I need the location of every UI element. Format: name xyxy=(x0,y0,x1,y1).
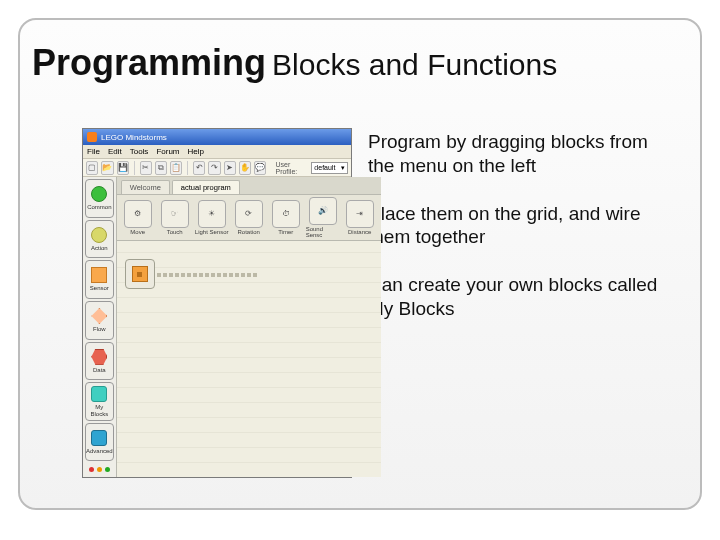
palette-common-label: Common xyxy=(87,204,111,210)
app-body: Common Action Sensor Flow Data My Blocks… xyxy=(83,177,351,477)
palette-myblocks-label: My Blocks xyxy=(86,404,113,417)
block-tray: ⚙Move ☞Touch ☀Light Sensor ⟳Rotation ⏱Ti… xyxy=(117,195,381,241)
tab-actual-program[interactable]: actual program xyxy=(172,180,240,194)
toolbar-paste-icon[interactable]: 📋 xyxy=(170,161,182,175)
bullet-1: Program by dragging blocks from the menu… xyxy=(368,130,670,178)
palette: Common Action Sensor Flow Data My Blocks… xyxy=(83,177,117,477)
bullet-3: Can create your own blocks called My Blo… xyxy=(368,273,670,321)
tray-distance[interactable]: ⇥Distance xyxy=(343,200,377,235)
toolbar-comment-icon[interactable]: 💬 xyxy=(254,161,266,175)
toolbar-sep xyxy=(134,161,135,175)
toolbar-sep2 xyxy=(187,161,188,175)
canvas[interactable] xyxy=(117,241,381,477)
toolbar-undo-icon[interactable]: ↶ xyxy=(193,161,205,175)
toolbar-open-icon[interactable]: 📂 xyxy=(101,161,113,175)
palette-flow[interactable]: Flow xyxy=(85,301,114,340)
palette-sensor-label: Sensor xyxy=(90,285,109,291)
app-menubar: File Edit Tools Forum Help xyxy=(83,145,351,159)
start-block-icon xyxy=(132,266,148,282)
slide-title: ProgrammingBlocks and Functions xyxy=(32,42,557,84)
palette-advanced-label: Advanced xyxy=(86,448,113,454)
app-titlebar: LEGO Mindstorms xyxy=(83,129,351,145)
menu-forum[interactable]: Forum xyxy=(156,147,179,156)
palette-data-label: Data xyxy=(93,367,106,373)
palette-common[interactable]: Common xyxy=(85,179,114,218)
palette-action[interactable]: Action xyxy=(85,220,114,259)
palette-myblocks[interactable]: My Blocks xyxy=(85,382,114,421)
tray-sound-label: Sound Sensc xyxy=(306,226,340,238)
tab-bar: Welcome actual program xyxy=(117,177,381,195)
palette-dots xyxy=(85,463,114,475)
profile-value: default xyxy=(314,164,335,171)
palette-advanced[interactable]: Advanced xyxy=(85,423,114,462)
toolbar-pointer-icon[interactable]: ➤ xyxy=(224,161,236,175)
toolbar-cut-icon[interactable]: ✂ xyxy=(140,161,152,175)
profile-select[interactable]: default ▾ xyxy=(311,162,348,174)
tray-light[interactable]: ☀Light Sensor xyxy=(195,200,229,235)
tray-move-label: Move xyxy=(130,229,145,235)
program-start-block[interactable] xyxy=(125,259,155,289)
tray-rotation[interactable]: ⟳Rotation xyxy=(232,200,266,235)
sequence-rail xyxy=(157,273,257,277)
app-icon xyxy=(87,132,97,142)
app-title: LEGO Mindstorms xyxy=(101,133,167,142)
body-text: Program by dragging blocks from the menu… xyxy=(368,130,670,345)
toolbar-new-icon[interactable]: ▢ xyxy=(86,161,98,175)
chevron-down-icon: ▾ xyxy=(341,164,345,172)
palette-sensor[interactable]: Sensor xyxy=(85,260,114,299)
tray-light-label: Light Sensor xyxy=(195,229,229,235)
tray-touch-label: Touch xyxy=(167,229,183,235)
tray-sound[interactable]: 🔊Sound Sensc xyxy=(306,197,340,238)
slide-frame: ProgrammingBlocks and Functions Program … xyxy=(18,18,702,510)
tray-timer-label: Timer xyxy=(278,229,293,235)
tab-welcome-label: Welcome xyxy=(130,183,161,192)
palette-action-label: Action xyxy=(91,245,108,251)
workarea: Welcome actual program ⚙Move ☞Touch ☀Lig… xyxy=(117,177,381,477)
title-rest: Blocks and Functions xyxy=(272,48,557,81)
toolbar-save-icon[interactable]: 💾 xyxy=(117,161,129,175)
app-screenshot: LEGO Mindstorms File Edit Tools Forum He… xyxy=(82,128,352,478)
app-toolbar: ▢ 📂 💾 ✂ ⧉ 📋 ↶ ↷ ➤ ✋ 💬 User Profile: defa… xyxy=(83,159,351,177)
tray-touch[interactable]: ☞Touch xyxy=(158,200,192,235)
palette-data[interactable]: Data xyxy=(85,342,114,381)
toolbar-hand-icon[interactable]: ✋ xyxy=(239,161,251,175)
palette-flow-label: Flow xyxy=(93,326,106,332)
tab-welcome[interactable]: Welcome xyxy=(121,180,170,194)
tray-move[interactable]: ⚙Move xyxy=(121,200,155,235)
tray-rotation-label: Rotation xyxy=(238,229,260,235)
tray-distance-label: Distance xyxy=(348,229,371,235)
title-bold: Programming xyxy=(32,42,266,83)
toolbar-copy-icon[interactable]: ⧉ xyxy=(155,161,167,175)
tray-timer[interactable]: ⏱Timer xyxy=(269,200,303,235)
toolbar-redo-icon[interactable]: ↷ xyxy=(208,161,220,175)
tab-actual-program-label: actual program xyxy=(181,183,231,192)
bullet-2: Place them on the grid, and wire them to… xyxy=(368,202,670,250)
menu-edit[interactable]: Edit xyxy=(108,147,122,156)
profile-label: User Profile: xyxy=(275,161,308,175)
menu-help[interactable]: Help xyxy=(188,147,204,156)
menu-file[interactable]: File xyxy=(87,147,100,156)
menu-tools[interactable]: Tools xyxy=(130,147,149,156)
